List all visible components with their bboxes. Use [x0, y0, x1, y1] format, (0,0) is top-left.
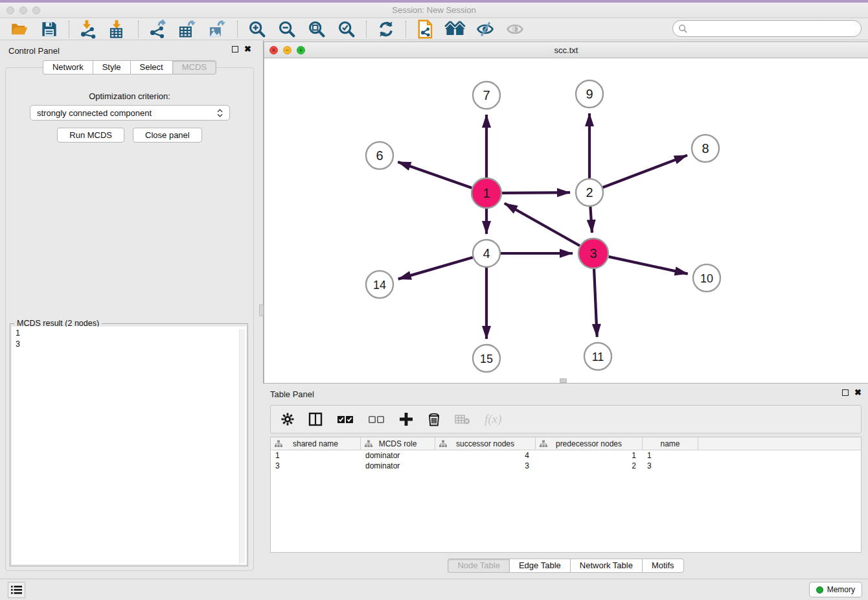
tab-network-table[interactable]: Network Table — [570, 559, 642, 573]
zoom-out-icon[interactable] — [276, 19, 298, 39]
tree-icon — [275, 440, 282, 448]
select-all-icon[interactable] — [337, 414, 354, 424]
search-field[interactable] — [672, 20, 862, 37]
graph-node-label: 8 — [702, 141, 709, 156]
mcds-result-list[interactable]: 1 3 — [12, 327, 246, 564]
zoom-in-icon[interactable] — [246, 19, 268, 39]
graph-node-label: 1 — [483, 186, 490, 200]
column-header-predecessor-nodes[interactable]: predecessor nodes — [536, 437, 643, 450]
table-cell[interactable]: dominator — [361, 450, 435, 461]
column-settings-icon[interactable] — [281, 413, 294, 426]
close-panel-icon[interactable]: ✖ — [244, 46, 251, 52]
run-mcds-button[interactable]: Run MCDS — [57, 128, 124, 143]
graph-edge-1-2[interactable] — [502, 192, 570, 193]
graph-node-label: 6 — [376, 148, 383, 163]
open-file-icon[interactable] — [8, 19, 30, 39]
table-cell[interactable]: 4 — [435, 450, 536, 461]
table-cell[interactable]: 1 — [643, 450, 698, 461]
table-cell[interactable]: 1 — [271, 450, 361, 461]
tab-style[interactable]: Style — [93, 60, 130, 75]
control-panel-title: Control Panel — [8, 46, 60, 56]
window-titlebar: Session: New Session — [0, 3, 868, 18]
table-panel: Table Panel ✖ — [264, 386, 868, 577]
table-cell[interactable]: dominator — [361, 461, 435, 471]
zoom-selected-icon[interactable] — [336, 19, 358, 39]
graph-edge-2-3[interactable] — [590, 207, 592, 233]
graph-edge-3-10[interactable] — [608, 257, 687, 274]
optimization-criterion-select[interactable]: strongly connected component — [30, 105, 230, 121]
close-table-panel-icon[interactable]: ✖ — [854, 389, 862, 396]
apply-layout-icon[interactable] — [375, 19, 397, 39]
float-table-panel-icon[interactable] — [842, 389, 849, 396]
tab-node-table[interactable]: Node Table — [448, 559, 509, 573]
table-cell[interactable]: 3 — [435, 461, 536, 471]
hide-graphics-details-icon[interactable] — [474, 19, 496, 39]
float-panel-icon[interactable] — [232, 46, 238, 52]
graph-node-label: 2 — [586, 185, 593, 200]
graph-node-label: 14 — [373, 279, 386, 292]
import-network-icon[interactable] — [78, 19, 100, 39]
memory-button[interactable]: Memory — [809, 582, 862, 597]
new-network-from-selection-icon[interactable] — [415, 19, 437, 39]
column-header-MCDS-role[interactable]: MCDS role — [361, 437, 435, 450]
table-cell[interactable]: 3 — [271, 461, 361, 471]
table-header-row: shared nameMCDS rolesuccessor nodesprede… — [271, 437, 861, 450]
node-table[interactable]: shared nameMCDS rolesuccessor nodesprede… — [270, 437, 862, 553]
deselect-all-icon[interactable] — [368, 414, 385, 424]
tab-network[interactable]: Network — [43, 60, 93, 75]
tree-icon — [540, 440, 547, 448]
close-panel-button[interactable]: Close panel — [133, 128, 202, 143]
task-history-button[interactable] — [8, 582, 25, 598]
graph-node-label: 9 — [586, 87, 593, 101]
export-network-icon[interactable] — [147, 19, 169, 39]
mcds-result-group: MCDS result (2 nodes) 1 3 — [10, 323, 248, 566]
graph-edge-3-11[interactable] — [594, 269, 597, 337]
control-panel: Control Panel ✖ Network Style Select MCD… — [0, 40, 259, 579]
table-cell[interactable]: 2 — [536, 461, 643, 471]
table-cell[interactable]: 1 — [536, 450, 643, 461]
export-table-icon[interactable] — [177, 19, 199, 39]
table-row[interactable]: 1dominator411 — [271, 450, 861, 461]
import-table-icon[interactable] — [108, 19, 130, 39]
save-session-icon[interactable] — [38, 19, 60, 39]
graph-edge-1-6[interactable] — [398, 162, 472, 188]
table-toolbar: f(x) — [270, 405, 862, 433]
graph-edge-4-14[interactable] — [398, 257, 473, 279]
control-panel-tabs: Network Style Select MCDS — [0, 60, 259, 75]
apply-function-icon[interactable]: f(x) — [485, 412, 501, 426]
table-cell[interactable]: 3 — [643, 461, 698, 471]
network-view-titlebar[interactable]: × − + scc.txt — [264, 42, 868, 58]
search-input[interactable] — [688, 24, 856, 34]
splitter-handle[interactable] — [259, 305, 264, 316]
tree-icon — [365, 440, 372, 448]
panel-splitter[interactable] — [259, 40, 264, 384]
list-icon — [11, 585, 22, 595]
graph-edge-3-1[interactable] — [505, 203, 580, 246]
mcds-tab-content: Optimization criterion: strongly connect… — [5, 67, 254, 571]
network-canvas[interactable]: 7968124314101511 — [264, 58, 867, 383]
show-graphics-details-icon[interactable] — [504, 19, 526, 39]
delete-table-icon[interactable] — [455, 413, 470, 425]
network-graph[interactable]: 7968124314101511 — [264, 58, 867, 383]
zoom-fit-icon[interactable] — [306, 19, 328, 39]
column-header-shared-name[interactable]: shared name — [271, 437, 361, 450]
delete-row-icon[interactable] — [428, 412, 440, 426]
selected-option: strongly connected component — [37, 108, 217, 118]
column-header-name[interactable]: name — [643, 437, 698, 450]
export-image-icon[interactable] — [207, 19, 229, 39]
toggle-column-display-icon[interactable] — [308, 412, 323, 426]
column-header-successor-nodes[interactable]: successor nodes — [435, 437, 536, 450]
tab-motifs[interactable]: Motifs — [642, 559, 684, 573]
memory-status-icon — [816, 586, 823, 594]
canvas-resize-handle[interactable] — [560, 378, 567, 383]
home-view-icon[interactable] — [444, 19, 466, 39]
table-panel-title: Table Panel — [270, 389, 314, 399]
graph-edge-2-8[interactable] — [603, 156, 687, 188]
tab-edge-table[interactable]: Edge Table — [509, 559, 570, 573]
tab-mcds[interactable]: MCDS — [172, 60, 216, 75]
add-row-icon[interactable] — [399, 412, 413, 426]
tab-select[interactable]: Select — [130, 60, 172, 75]
table-row[interactable]: 3dominator323 — [271, 461, 861, 471]
result-scrollbar[interactable] — [239, 329, 245, 563]
graph-node-label: 4 — [483, 246, 490, 260]
